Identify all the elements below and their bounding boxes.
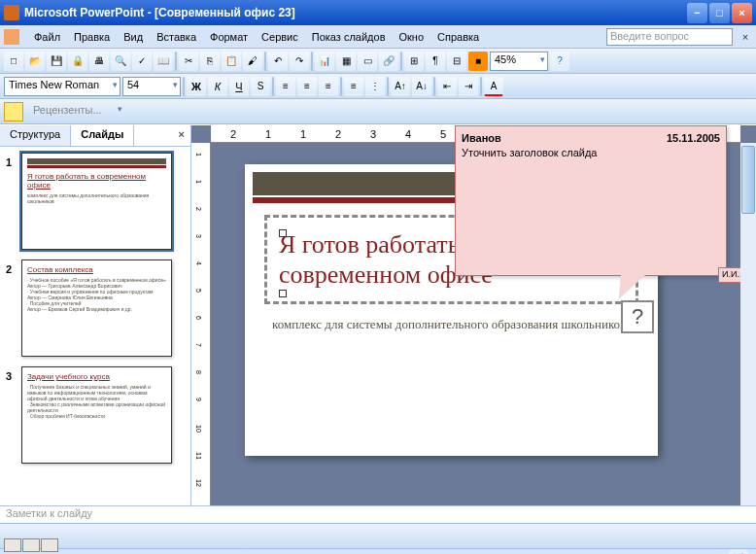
expand-icon[interactable]: ⊞ bbox=[404, 52, 424, 71]
font-combo[interactable]: Times New Roman bbox=[4, 77, 120, 96]
minimize-button[interactable]: − bbox=[687, 3, 707, 23]
formatting-toolbar: Times New Roman 54 Ж К Ч S ≡ ≡ ≡ ≡ ⋮ A↑ … bbox=[0, 74, 756, 99]
shadow-icon[interactable]: S bbox=[251, 77, 270, 96]
cut-icon[interactable]: ✂ bbox=[179, 52, 198, 71]
comment-text[interactable]: Уточнить заголовок слайда bbox=[462, 147, 720, 158]
separator bbox=[433, 77, 435, 96]
window-title: Microsoft PowerPoint - [Современный офис… bbox=[24, 6, 687, 19]
outline-slides-panel: Структура Слайды × 1 Я готов работать в … bbox=[0, 125, 191, 505]
help-icon[interactable]: ? bbox=[550, 52, 569, 71]
tab-slides[interactable]: Слайды bbox=[71, 125, 134, 146]
font-color-icon[interactable]: A bbox=[484, 77, 503, 96]
font-size-combo[interactable]: 54 bbox=[122, 77, 181, 96]
align-center-icon[interactable]: ≡ bbox=[297, 77, 317, 96]
tab-structure[interactable]: Структура bbox=[0, 125, 71, 146]
save-icon[interactable]: 💾 bbox=[47, 52, 66, 71]
preview-icon[interactable]: 🔍 bbox=[111, 52, 130, 71]
menu-tools[interactable]: Сервис bbox=[255, 29, 305, 45]
menu-file[interactable]: Файл bbox=[27, 29, 67, 45]
menu-view[interactable]: Вид bbox=[117, 29, 150, 45]
maximize-button[interactable]: □ bbox=[709, 3, 730, 23]
menu-format[interactable]: Формат bbox=[203, 29, 255, 45]
show-formatting-icon[interactable]: ¶ bbox=[426, 52, 445, 71]
slide-thumbnail[interactable]: 1 Я готов работать в современном офисе к… bbox=[6, 153, 185, 250]
slide-edit-area: 21123456789101112 1123456789101112 Я гот… bbox=[191, 125, 756, 505]
thumb-content: · Получение базовых и специальных знаний… bbox=[27, 384, 166, 419]
notes-pane[interactable]: Заметки к слайду bbox=[0, 505, 756, 523]
separator bbox=[340, 77, 342, 96]
bold-icon[interactable]: Ж bbox=[187, 77, 206, 96]
separator bbox=[480, 77, 482, 96]
slide-thumbnail[interactable]: 3 Задачи учебного курса · Получение базо… bbox=[6, 366, 185, 464]
separator bbox=[183, 77, 185, 96]
reviewers-dropdown[interactable]: Рецензенты... bbox=[27, 102, 124, 121]
status-spellcheck-icon[interactable]: 📝 bbox=[729, 549, 748, 555]
redo-icon[interactable]: ↷ bbox=[290, 52, 309, 71]
slide-subtitle-text[interactable]: комплекс для системы дополнительного обр… bbox=[272, 316, 631, 333]
menu-insert[interactable]: Вставка bbox=[150, 29, 203, 45]
document-icon bbox=[4, 29, 19, 45]
new-icon[interactable]: □ bbox=[4, 52, 23, 71]
zoom-combo[interactable]: 45% bbox=[490, 52, 548, 71]
slide-thumbnail-list: 1 Я готов работать в современном офисе к… bbox=[0, 147, 190, 505]
doc-close-button[interactable]: × bbox=[739, 31, 752, 43]
app-icon bbox=[4, 5, 19, 20]
hyperlink-icon[interactable]: 🔗 bbox=[379, 52, 398, 71]
menu-edit[interactable]: Правка bbox=[67, 29, 117, 45]
slide-thumbnail[interactable]: 2 Состав комплекса · Учебное пособие «Я … bbox=[6, 260, 185, 357]
spellcheck-icon[interactable]: ✓ bbox=[132, 52, 152, 71]
undo-icon[interactable]: ↶ bbox=[268, 52, 288, 71]
research-icon[interactable]: 📖 bbox=[154, 52, 173, 71]
close-button[interactable]: × bbox=[732, 3, 752, 23]
format-painter-icon[interactable]: 🖌 bbox=[243, 52, 262, 71]
increase-font-icon[interactable]: A↑ bbox=[391, 77, 410, 96]
menu-help[interactable]: Справка bbox=[430, 29, 486, 45]
decrease-indent-icon[interactable]: ⇤ bbox=[437, 77, 457, 96]
chart-icon[interactable]: 📊 bbox=[315, 52, 334, 71]
normal-view-icon[interactable] bbox=[4, 538, 21, 552]
slideshow-view-icon[interactable] bbox=[41, 538, 58, 552]
numbering-icon[interactable]: ≡ bbox=[344, 77, 363, 96]
underline-icon[interactable]: Ч bbox=[229, 77, 249, 96]
sorter-view-icon[interactable] bbox=[22, 538, 40, 552]
thumb-title: Состав комплекса bbox=[27, 265, 166, 274]
permission-icon[interactable]: 🔒 bbox=[68, 52, 87, 71]
align-right-icon[interactable]: ≡ bbox=[319, 77, 338, 96]
menu-slideshow[interactable]: Показ слайдов bbox=[305, 29, 393, 45]
thumb-number: 2 bbox=[6, 260, 21, 357]
increase-indent-icon[interactable]: ⇥ bbox=[459, 77, 478, 96]
menu-window[interactable]: Окно bbox=[393, 29, 431, 45]
review-toolbar: Рецензенты... bbox=[0, 99, 756, 124]
thumb-title: Я готов работать в современном офисе bbox=[27, 172, 166, 190]
tables-borders-icon[interactable]: ▭ bbox=[358, 52, 377, 71]
copy-icon[interactable]: ⎘ bbox=[200, 52, 220, 71]
separator bbox=[272, 77, 274, 96]
align-left-icon[interactable]: ≡ bbox=[276, 77, 295, 96]
title-bar: Microsoft PowerPoint - [Современный офис… bbox=[0, 0, 756, 25]
table-icon[interactable]: ▦ bbox=[336, 52, 356, 71]
grid-icon[interactable]: ⊟ bbox=[447, 52, 466, 71]
vertical-scrollbar[interactable] bbox=[740, 143, 756, 505]
color-icon[interactable]: ■ bbox=[468, 52, 488, 71]
separator bbox=[175, 52, 177, 71]
workspace: Структура Слайды × 1 Я готов работать в … bbox=[0, 124, 756, 505]
panel-close-icon[interactable]: × bbox=[173, 125, 190, 146]
marker-icon[interactable] bbox=[4, 102, 23, 121]
standard-toolbar: □ 📂 💾 🔒 🖶 🔍 ✓ 📖 ✂ ⎘ 📋 🖌 ↶ ↷ 📊 ▦ ▭ 🔗 ⊞ ¶ … bbox=[0, 49, 756, 74]
separator bbox=[400, 52, 402, 71]
vertical-ruler: 1123456789101112 bbox=[191, 143, 211, 505]
open-icon[interactable]: 📂 bbox=[25, 52, 45, 71]
comment-date: 15.11.2005 bbox=[667, 132, 720, 144]
menu-bar: Файл Правка Вид Вставка Формат Сервис По… bbox=[0, 25, 756, 49]
thumb-content: · Учебное пособие «Я готов работать в со… bbox=[27, 277, 166, 312]
print-icon[interactable]: 🖶 bbox=[89, 52, 109, 71]
bullets-icon[interactable]: ⋮ bbox=[365, 77, 385, 96]
italic-icon[interactable]: К bbox=[208, 77, 227, 96]
separator bbox=[311, 52, 313, 71]
help-marker-icon[interactable]: ? bbox=[621, 300, 654, 333]
decrease-font-icon[interactable]: A↓ bbox=[412, 77, 431, 96]
paste-icon[interactable]: 📋 bbox=[222, 52, 241, 71]
help-search-box[interactable]: Введите вопрос bbox=[606, 28, 733, 46]
comment-balloon[interactable]: Иванов 15.11.2005 Уточнить заголовок сла… bbox=[455, 125, 727, 276]
separator bbox=[387, 77, 389, 96]
